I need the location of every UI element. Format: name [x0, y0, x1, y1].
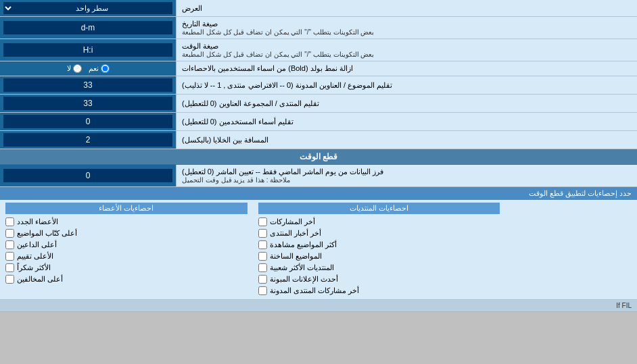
- topics-titles-row: تقليم الموضوع / العناوين المدونة (0 -- ا…: [0, 76, 637, 95]
- checkbox-col-members: احصاءيات الأعضاء الأعضاء الجدد أعلى كتّا…: [0, 200, 253, 299]
- checkbox-col-forum: احصاءيات المنتديات أخر المشاركات أخر أخب…: [253, 200, 506, 299]
- if-fil-text: If FIL: [616, 302, 632, 309]
- checkbox-forum-4-input[interactable]: [258, 263, 267, 272]
- time-cut-input[interactable]: [3, 169, 172, 182]
- checkbox-forum-0-input[interactable]: [258, 217, 267, 226]
- date-format-label: صيغة التاريخ بعض التكوينات يتطلب "/" الت…: [176, 17, 637, 38]
- forum-titles-input-cell: [0, 95, 176, 112]
- checkbox-members-1: أعلى كتّاب المواضيع: [5, 228, 247, 239]
- checkbox-forum-1-input[interactable]: [258, 229, 267, 238]
- checkbox-members-5-input[interactable]: [5, 275, 14, 284]
- time-format-input-cell: [0, 39, 176, 61]
- display-select-cell: سطر واحدسطرينثلاثة أسطر: [0, 0, 176, 16]
- topics-titles-label: تقليم الموضوع / العناوين المدونة (0 -- ا…: [176, 76, 637, 94]
- date-format-input[interactable]: [3, 21, 172, 34]
- checkboxes-header: حدد إحصاءيات لتطبيق قطع الوقت: [0, 187, 637, 200]
- checkbox-members-4: الأكثر شكراً: [5, 262, 247, 274]
- checkbox-members-2-input[interactable]: [5, 240, 14, 249]
- checkbox-forum-0: أخر المشاركات: [258, 216, 500, 228]
- checkbox-forum-3-input[interactable]: [258, 252, 267, 261]
- bold-no-radio[interactable]: [73, 64, 82, 73]
- display-select[interactable]: سطر واحدسطرينثلاثة أسطر: [3, 2, 172, 14]
- bold-no-label[interactable]: لا: [67, 64, 82, 73]
- time-cut-header: قطع الوقت: [0, 149, 637, 165]
- time-cut-row: فرز البيانات من يوم الماشر الماضي فقط --…: [0, 165, 637, 187]
- checkbox-members-0: الأعضاء الجدد: [5, 216, 247, 228]
- bold-yes-radio[interactable]: [101, 64, 110, 73]
- time-format-row: صيغة الوقت بعض التكوينات يتطلب "/" التي …: [0, 39, 637, 61]
- usernames-input-cell: [0, 113, 176, 130]
- topics-titles-input-cell: [0, 76, 176, 94]
- checkbox-forum-2: أكثر المواضيع مشاهدة: [258, 239, 500, 251]
- date-format-input-cell: [0, 17, 176, 38]
- checkbox-members-2: أعلى الداعين: [5, 239, 247, 251]
- checkbox-members-3: الأعلى تقييم: [5, 251, 247, 262]
- topics-titles-input[interactable]: [3, 78, 172, 92]
- checkbox-forum-5-input[interactable]: [258, 275, 267, 284]
- checkbox-members-3-input[interactable]: [5, 252, 14, 261]
- checkbox-forum-6-input[interactable]: [258, 286, 267, 295]
- checkbox-forum-6: أخر مشاركات المنتدى المدونة: [258, 285, 500, 296]
- usernames-row: تقليم أسماء المستخدمين (0 للتعطيل): [0, 113, 637, 131]
- checkbox-forum-2-input[interactable]: [258, 240, 267, 249]
- checkbox-forum-1: أخر أخبار المنتدى: [258, 228, 500, 239]
- date-format-row: صيغة التاريخ بعض التكوينات يتطلب "/" الت…: [0, 17, 637, 39]
- bold-label: ازالة نمط بولد (Bold) من اسماء المستخدمي…: [176, 61, 637, 76]
- cell-spacing-row: المسافة بين الخلايا (بالبكسل): [0, 131, 637, 149]
- checkbox-col-empty: [505, 200, 637, 299]
- forum-titles-row: تقليم المنتدى / المجموعة العناوين (0 للت…: [0, 95, 637, 113]
- display-row: العرض سطر واحدسطرينثلاثة أسطر: [0, 0, 637, 17]
- time-cut-label: فرز البيانات من يوم الماشر الماضي فقط --…: [176, 165, 637, 186]
- checkbox-members-4-input[interactable]: [5, 263, 14, 272]
- checkbox-members-0-input[interactable]: [5, 217, 14, 226]
- time-format-input[interactable]: [3, 43, 172, 57]
- main-container: العرض سطر واحدسطرينثلاثة أسطر صيغة التار…: [0, 0, 637, 312]
- display-label: العرض: [176, 0, 637, 16]
- usernames-input[interactable]: [3, 115, 172, 128]
- cell-spacing-input[interactable]: [3, 133, 172, 147]
- checkboxes-section: حدد إحصاءيات لتطبيق قطع الوقت احصاءيات ا…: [0, 187, 637, 300]
- cell-spacing-input-cell: [0, 131, 176, 149]
- bold-radio-cell: نعم لا: [0, 61, 176, 76]
- forum-titles-label: تقليم المنتدى / المجموعة العناوين (0 للت…: [176, 95, 637, 112]
- forum-titles-input[interactable]: [3, 97, 172, 110]
- bold-yes-label[interactable]: نعم: [89, 64, 110, 73]
- usernames-label: تقليم أسماء المستخدمين (0 للتعطيل): [176, 113, 637, 130]
- checkbox-members-1-input[interactable]: [5, 229, 14, 238]
- members-col-header: احصاءيات الأعضاء: [5, 203, 247, 214]
- checkbox-forum-5: أحدث الإعلانات المبونة: [258, 274, 500, 285]
- checkbox-forum-4: المنتديات الأكثر شعبية: [258, 262, 500, 274]
- forum-col-header: احصاءيات المنتديات: [258, 203, 500, 214]
- cell-spacing-label: المسافة بين الخلايا (بالبكسل): [176, 131, 637, 149]
- checkboxes-grid: احصاءيات المنتديات أخر المشاركات أخر أخب…: [0, 200, 637, 299]
- checkbox-members-5: أعلى المخالفين: [5, 274, 247, 285]
- time-format-label: صيغة الوقت بعض التكوينات يتطلب "/" التي …: [176, 39, 637, 61]
- time-cut-input-cell: [0, 165, 176, 186]
- if-fil-bar: If FIL: [0, 300, 637, 312]
- bold-row: ازالة نمط بولد (Bold) من اسماء المستخدمي…: [0, 61, 637, 76]
- checkbox-forum-3: المواضيع الساخنة: [258, 251, 500, 262]
